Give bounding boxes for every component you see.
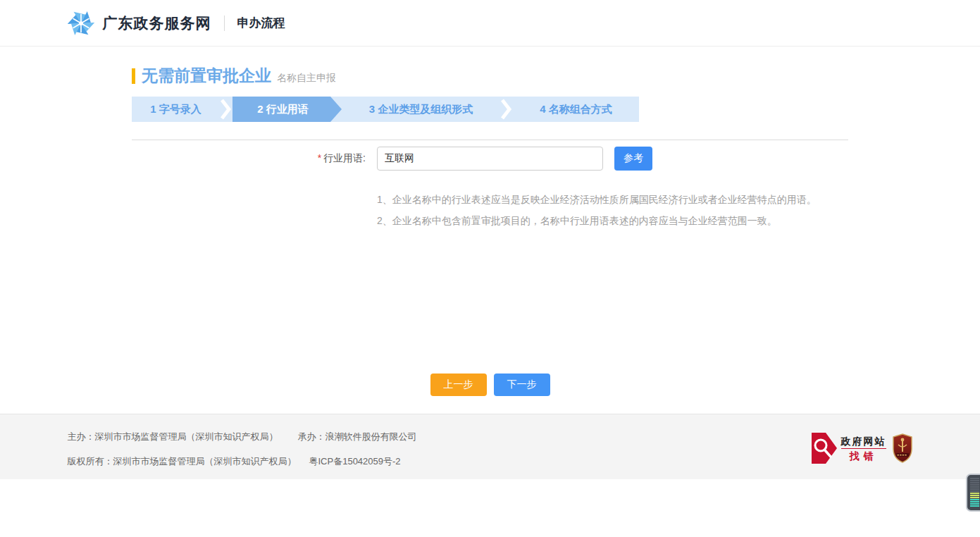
- step-tab-2-label: 2 行业用语: [257, 103, 309, 116]
- main-content: 无需前置审批企业 名称自主申报 1 字号录入 2 行业用语 3 企业类型及组织形…: [132, 47, 848, 399]
- minimap-stripe: [970, 493, 979, 494]
- gov-site-error-badge[interactable]: 政府网站 找错: [812, 433, 886, 464]
- minimap-stripe: [970, 503, 979, 505]
- footer-host: 深圳市市场监督管理局（深圳市知识产权局）: [95, 431, 278, 442]
- minimap-stripe: [970, 499, 979, 500]
- footer-icp-number[interactable]: 粤ICP备15042059号-2: [309, 456, 401, 467]
- industry-term-label: *行业用语:: [132, 152, 366, 165]
- action-buttons: 上一步 下一步: [132, 374, 848, 396]
- gov-site-error-badge-line2: 找错: [841, 451, 886, 462]
- footer-copyright: 深圳市市场监督管理局（深圳市知识产权局）: [113, 456, 297, 467]
- minimap-stripe: [970, 488, 979, 490]
- help-tip-2: 2、企业名称中包含前置审批项目的，名称中行业用语表述的内容应当与企业经营范围一致…: [377, 210, 848, 231]
- step-tabs: 1 字号录入 2 行业用语 3 企业类型及组织形式 4 名称组合方式: [132, 97, 639, 122]
- section-divider: [132, 140, 848, 140]
- step-tab-4[interactable]: 4 名称组合方式: [513, 97, 639, 122]
- credit-shield-icon[interactable]: [892, 433, 913, 463]
- minimap-stripe: [970, 505, 979, 507]
- header-inner: 广东政务服务网 申办流程: [68, 0, 913, 46]
- footer-host-label: 主办：: [68, 431, 95, 442]
- header: 广东政务服务网 申办流程: [0, 0, 980, 47]
- footer-undertake-label: 承办：: [298, 431, 325, 442]
- nav-title: 申办流程: [237, 15, 285, 31]
- minimap-stripe: [970, 501, 979, 502]
- minimap-stripe: [970, 478, 979, 479]
- site-name: 广东政务服务网: [103, 13, 211, 33]
- gov-site-error-badge-rule: [841, 448, 886, 449]
- footer-undertake: 浪潮软件股份有限公司: [325, 431, 417, 442]
- next-step-button[interactable]: 下一步: [494, 374, 550, 396]
- minimap-stripe: [970, 486, 979, 488]
- industry-term-input[interactable]: [377, 147, 603, 171]
- scroll-minimap-widget[interactable]: [966, 474, 980, 512]
- footer-copyright-label: 版权所有：: [68, 456, 113, 467]
- reference-button[interactable]: 参考: [614, 147, 652, 171]
- minimap-stripe: [970, 482, 979, 483]
- step-tab-1[interactable]: 1 字号录入: [132, 97, 220, 122]
- minimap-stripe: [970, 484, 979, 486]
- minimap-stripe: [970, 480, 979, 481]
- footer: 主办：深圳市市场监督管理局（深圳市知识产权局）承办：浪潮软件股份有限公司 版权所…: [0, 414, 980, 479]
- pinwheel-logo-icon: [68, 10, 94, 37]
- step-separator-chevron-icon: [220, 97, 232, 122]
- step-tab-3-label: 3 企业类型及组织形式: [369, 103, 473, 116]
- previous-step-button[interactable]: 上一步: [430, 374, 487, 396]
- gov-site-error-badge-text: 政府网站 找错: [841, 436, 886, 462]
- required-asterisk: *: [318, 152, 321, 163]
- footer-inner: 主办：深圳市市场监督管理局（深圳市知识产权局）承办：浪潮软件股份有限公司 版权所…: [68, 414, 913, 479]
- minimap-stripe: [970, 495, 979, 496]
- title-accent-bar: [132, 68, 135, 84]
- footer-line-2: 版权所有：深圳市市场监督管理局（深圳市知识产权局）粤ICP备15042059号-…: [68, 456, 913, 467]
- page-subtitle: 名称自主申报: [277, 72, 336, 85]
- footer-line-1: 主办：深圳市市场监督管理局（深圳市知识产权局）承办：浪潮软件股份有限公司: [68, 431, 913, 443]
- minimap-stripe: [970, 497, 979, 498]
- gov-site-error-badge-line1: 政府网站: [841, 436, 886, 447]
- step-tab-3[interactable]: 3 企业类型及组织形式: [342, 97, 500, 122]
- header-divider: [224, 16, 225, 31]
- step-tab-1-label: 1 字号录入: [150, 103, 201, 116]
- step-tab-2-active[interactable]: 2 行业用语: [232, 97, 342, 122]
- help-tips: 1、企业名称中的行业表述应当是反映企业经济活动性质所属国民经济行业或者企业经营特…: [377, 189, 848, 231]
- page-title-row: 无需前置审批企业 名称自主申报: [132, 47, 848, 87]
- minimap-stripe: [970, 490, 979, 492]
- magnifier-pennant-icon: [812, 433, 837, 464]
- footer-badges: 政府网站 找错: [812, 433, 913, 464]
- industry-term-label-text: 行业用语:: [323, 152, 366, 163]
- step-separator-chevron-icon: [500, 97, 513, 122]
- industry-term-form-row: *行业用语: 参考: [132, 147, 848, 171]
- help-tip-1: 1、企业名称中的行业表述应当是反映企业经济活动性质所属国民经济行业或者企业经营特…: [377, 189, 848, 210]
- page-title: 无需前置审批企业: [142, 65, 271, 87]
- step-tab-4-label: 4 名称组合方式: [540, 103, 612, 116]
